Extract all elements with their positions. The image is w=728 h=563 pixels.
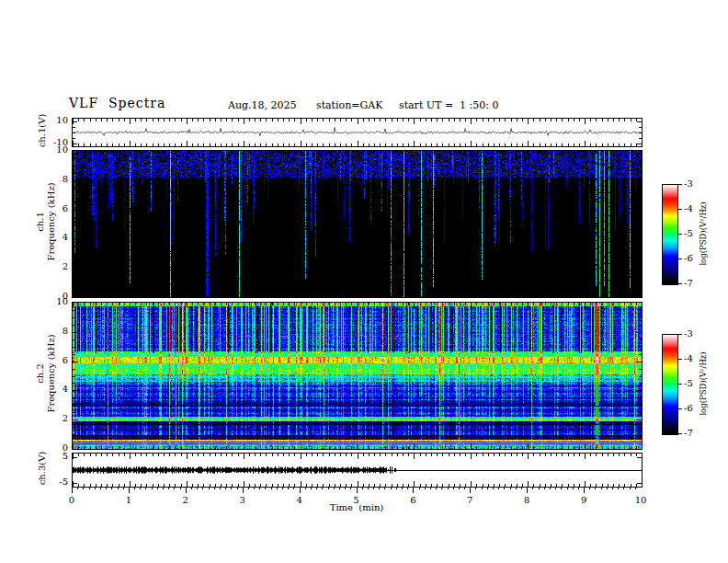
ch3-waveform-panel [72, 453, 643, 488]
tick-label: 10 [56, 296, 68, 306]
ch1-waveform-panel [72, 118, 643, 147]
colorbar-tick-label: -6 [684, 403, 693, 413]
colorbar-tick-label: -4 [684, 353, 693, 363]
ch1-frequency-axis-label: ch.1Frequency (kHz) [35, 149, 57, 295]
colorbar-tick-label: -3 [684, 178, 693, 189]
tick-label: 4 [63, 232, 68, 242]
tick-label: 8 [63, 326, 68, 336]
colorbar-ch2 [662, 334, 678, 435]
colorbar-tick [677, 184, 682, 185]
ch2-spectrogram-canvas [73, 303, 642, 449]
tick-label: 7 [467, 495, 472, 505]
colorbar-tick [677, 384, 682, 385]
x-axis-outer-ticks [72, 487, 641, 494]
colorbar-tick-label: -3 [684, 328, 693, 339]
date-label: Aug.18, 2025 [228, 99, 297, 111]
tick-label: 1 [126, 495, 131, 505]
ch3-voltage-axis-label: ch.3(V) [37, 431, 48, 505]
start-ut-label: start UT = 1 :50: 0 [399, 99, 499, 111]
colorbar-tick-label: -5 [684, 228, 693, 238]
tick-label: 2 [63, 413, 68, 423]
ch2-spectrogram-panel [72, 302, 643, 450]
colorbar-ch1-label: log(PSD)(V²/Hz) [699, 184, 710, 283]
tick-label: 5 [63, 451, 68, 461]
ch1-waveform-canvas [73, 119, 642, 146]
tick-label: 6 [410, 495, 415, 505]
colorbar-tick [677, 433, 682, 434]
tick-label: 2 [63, 261, 68, 271]
colorbar-tick-label: -7 [684, 278, 693, 288]
colorbar-tick-label: -6 [684, 253, 693, 263]
tick-label: 10 [56, 115, 68, 125]
tick-label: 0 [69, 495, 74, 505]
tick-label: 5 [353, 495, 358, 505]
station-label: station=GAK [316, 99, 382, 111]
tick-label: 4 [63, 384, 68, 394]
ch2-frequency-axis-label: ch.2Frequency (kHz) [35, 301, 57, 447]
ch1-spectrogram-panel [72, 150, 643, 298]
vlf-spectra-figure: VLF Spectra Aug.18, 2025 station=GAK sta… [0, 0, 728, 563]
tick-label: 6 [63, 355, 68, 365]
tick-label: 9 [581, 495, 586, 505]
colorbar-tick [677, 334, 682, 335]
colorbar-tick [677, 283, 682, 284]
tick-label: 3 [240, 495, 245, 505]
colorbar-tick [677, 234, 682, 235]
ch3-waveform-canvas [73, 454, 642, 487]
ch1-spectrogram-canvas [73, 151, 642, 297]
tick-label: 6 [63, 203, 68, 213]
colorbar-tick-label: -4 [684, 203, 693, 213]
colorbar-tick [677, 359, 682, 360]
colorbar-tick [677, 259, 682, 259]
colorbar-tick-label: -7 [684, 428, 693, 438]
colorbar-ch1 [662, 184, 678, 285]
colorbar-ch2-label: log(PSD)(V²/Hz) [699, 334, 710, 433]
colorbar-tick [677, 408, 682, 409]
tick-label: 8 [63, 174, 68, 184]
tick-label: 10 [635, 495, 647, 505]
tick-label: 8 [524, 495, 529, 505]
tick-label: 4 [296, 495, 301, 505]
tick-label: 10 [56, 144, 68, 155]
colorbar-tick [677, 209, 682, 210]
page-title: VLF Spectra [69, 96, 165, 110]
colorbar-tick-label: -5 [684, 378, 693, 388]
tick-label: 2 [183, 495, 188, 505]
tick-label: -5 [59, 477, 68, 487]
